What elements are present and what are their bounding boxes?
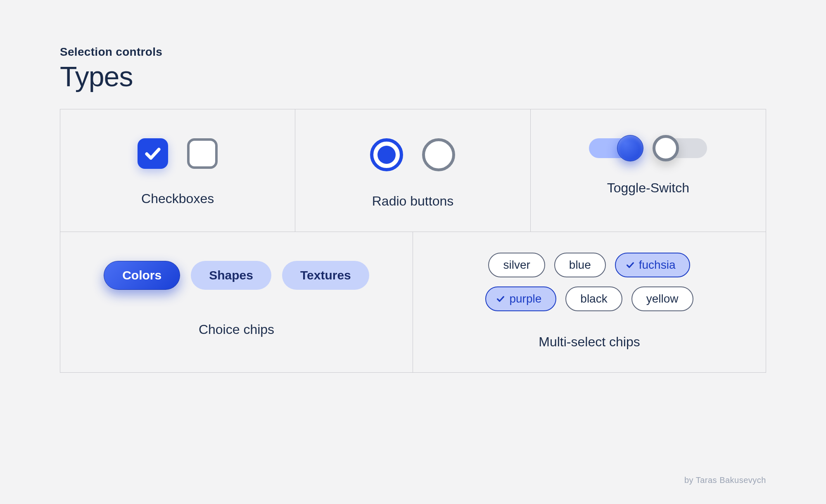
checkbox-checked[interactable]	[138, 138, 168, 169]
multi-chip-silver[interactable]: silver	[488, 253, 545, 277]
cell-label-multi: Multi-select chips	[539, 334, 640, 350]
multi-chip-blue[interactable]: blue	[554, 253, 606, 277]
radio-unselected[interactable]	[422, 138, 455, 171]
cell-radio: Radio buttons	[295, 109, 530, 232]
types-grid: Checkboxes Radio buttons Toggle-Switch C…	[60, 109, 766, 373]
page-header: Selection controls Types	[60, 45, 766, 92]
multi-chip-fuchsia[interactable]: fuchsia	[615, 253, 691, 277]
choice-chip-shapes[interactable]: Shapes	[191, 261, 271, 290]
multi-chip-label: purple	[509, 292, 541, 305]
toggle-on[interactable]	[589, 138, 641, 158]
byline: by Taras Bakusevych	[684, 476, 766, 485]
section-eyebrow: Selection controls	[60, 45, 766, 59]
cell-toggle: Toggle-Switch	[531, 109, 766, 232]
toggle-knob-off	[653, 135, 679, 161]
cell-multi-chips: silver blue fuchsia purple	[413, 232, 766, 372]
cell-label-radio: Radio buttons	[372, 194, 453, 209]
cell-label-checkboxes: Checkboxes	[141, 191, 214, 206]
multi-chip-label: fuchsia	[639, 258, 676, 272]
checkbox-unchecked[interactable]	[187, 138, 218, 169]
multi-chip-black[interactable]: black	[565, 286, 622, 311]
toggle-off[interactable]	[655, 138, 707, 158]
cell-label-toggle: Toggle-Switch	[607, 180, 689, 196]
cell-choice-chips: Colors Shapes Textures Choice chips	[60, 232, 413, 372]
page-title: Types	[60, 60, 766, 92]
radio-selected[interactable]	[370, 138, 403, 171]
cell-label-choice: Choice chips	[199, 322, 274, 337]
check-icon	[496, 294, 505, 303]
choice-chip-colors[interactable]: Colors	[104, 261, 180, 290]
check-icon	[144, 144, 162, 163]
multi-chip-yellow[interactable]: yellow	[631, 286, 693, 311]
multi-chip-purple[interactable]: purple	[485, 286, 556, 311]
cell-checkboxes: Checkboxes	[60, 109, 295, 232]
check-icon	[626, 260, 635, 270]
choice-chip-textures[interactable]: Textures	[282, 261, 369, 290]
toggle-knob-on	[617, 135, 643, 161]
